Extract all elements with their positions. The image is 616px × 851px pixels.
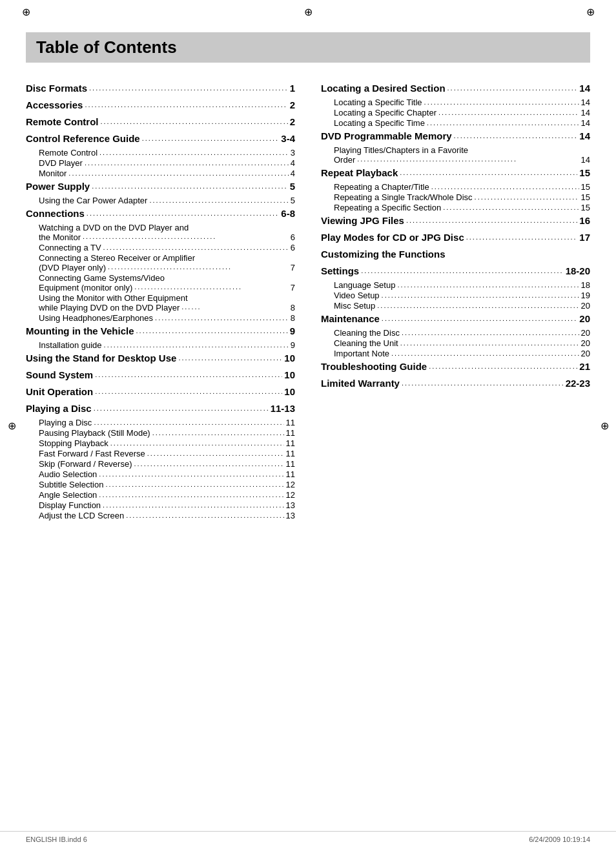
list-item: Using the Monitor with Other Equipment w… — [26, 293, 295, 313]
list-item: Viewing JPG Files 16 — [321, 213, 590, 229]
list-item: Cleaning the Unit 20 — [321, 338, 590, 348]
list-item: Accessories 2 — [26, 97, 295, 113]
list-item: Maintenance 20 — [321, 311, 590, 327]
toc-left-column: Disc Formats 1 Accessories 2 Remote Cont… — [26, 81, 295, 521]
list-item: Sound System 10 — [26, 367, 295, 383]
list-item: Connecting Game Systems/Video Equipment … — [26, 273, 295, 292]
list-item: Installation guide 9 — [26, 340, 295, 350]
list-item: Repeating a Single Track/Whole Disc 15 — [321, 192, 590, 202]
list-item: Power Supply 5 — [26, 179, 295, 194]
list-item: Playing a Disc 11-13 — [26, 401, 295, 416]
list-item: Pausing Playback (Still Mode) 11 — [26, 428, 295, 438]
list-item: Troubleshooting Guide 21 — [321, 359, 590, 374]
list-item: Fast Forward / Fast Reverse 11 — [26, 449, 295, 458]
list-item: Playing a Disc 11 — [26, 418, 295, 427]
reg-mark-top-center: ⊕ — [302, 5, 314, 18]
list-item: Locating a Specific Chapter 14 — [321, 108, 590, 118]
list-item: Using the Stand for Desktop Use 10 — [26, 351, 295, 366]
list-item: Adjust the LCD Screen 13 — [26, 511, 295, 520]
list-item: Video Setup 19 — [321, 291, 590, 300]
list-item: Play Modes for CD or JPG Disc 17 — [321, 230, 590, 245]
list-item: Cleaning the Disc 20 — [321, 328, 590, 338]
list-item: Locating a Desired Section 14 — [321, 81, 590, 96]
footer-right: 6/24/2009 10:19:14 — [529, 836, 590, 843]
list-item: Using Headphones/Earphones 8 — [26, 313, 295, 323]
list-item: Mounting in the Vehicle 9 — [26, 323, 295, 339]
list-item: Locating a Specific Time 14 — [321, 118, 590, 128]
list-item: Customizing the Functions — [321, 247, 590, 262]
list-item: Repeating a Specific Section 15 — [321, 203, 590, 212]
list-item: Connecting a Stereo Receiver or Amplifie… — [26, 253, 295, 272]
list-item: Playing Titles/Chapters in a Favorite Or… — [321, 145, 590, 165]
list-item: Remote Control 3 — [26, 148, 295, 158]
list-item: Misc Setup 20 — [321, 301, 590, 311]
list-item: Unit Operation 10 — [26, 384, 295, 400]
list-item: Skip (Forward / Reverse) 11 — [26, 459, 295, 469]
list-item: Important Note 20 — [321, 349, 590, 358]
list-item: Subtitle Selection 12 — [26, 480, 295, 489]
list-item: Limited Warranty 22-23 — [321, 376, 590, 391]
list-item: Settings 18-20 — [321, 263, 590, 279]
toc-right-column: Locating a Desired Section 14 Locating a… — [321, 81, 590, 521]
list-item: Disc Formats 1 — [26, 81, 295, 96]
list-item: DVD Programmable Memory 14 — [321, 128, 590, 144]
list-item: Remote Control 2 — [26, 114, 295, 130]
list-item: Using the Car Power Adapter 5 — [26, 196, 295, 205]
footer: ENGLISH IB.indd 6 6/24/2009 10:19:14 — [0, 831, 616, 843]
list-item: Monitor 4 — [26, 169, 295, 178]
footer-left: ENGLISH IB.indd 6 — [26, 836, 87, 843]
list-item: Display Function 13 — [26, 500, 295, 510]
list-item: Stopping Playback 11 — [26, 438, 295, 448]
list-item: DVD Player 4 — [26, 158, 295, 168]
header-bar: Table of Contents — [26, 32, 590, 63]
list-item: Repeat Playback 15 — [321, 165, 590, 181]
reg-mark-mid-left: ⊕ — [5, 419, 18, 432]
list-item: Language Setup 18 — [321, 280, 590, 290]
reg-mark-top-right: ⊕ — [584, 5, 597, 18]
list-item: Angle Selection 12 — [26, 490, 295, 500]
list-item: Watching a DVD on the DVD Player and the… — [26, 223, 295, 242]
list-item: Connections 6-8 — [26, 206, 295, 221]
list-item: Locating a Specific Title 14 — [321, 97, 590, 107]
toc-columns: Disc Formats 1 Accessories 2 Remote Cont… — [26, 81, 590, 521]
list-item: Audio Selection 11 — [26, 469, 295, 479]
list-item: Connecting a TV 6 — [26, 243, 295, 252]
list-item: Repeating a Chapter/Title 15 — [321, 182, 590, 192]
page: ⊕ ⊕ ⊕ ⊕ ⊕ Table of Contents Disc Formats… — [0, 0, 616, 851]
page-title: Table of Contents — [36, 37, 580, 57]
list-item: Control Reference Guide 3-4 — [26, 131, 295, 147]
reg-mark-mid-right: ⊕ — [598, 419, 611, 432]
reg-mark-top-left: ⊕ — [19, 5, 32, 18]
